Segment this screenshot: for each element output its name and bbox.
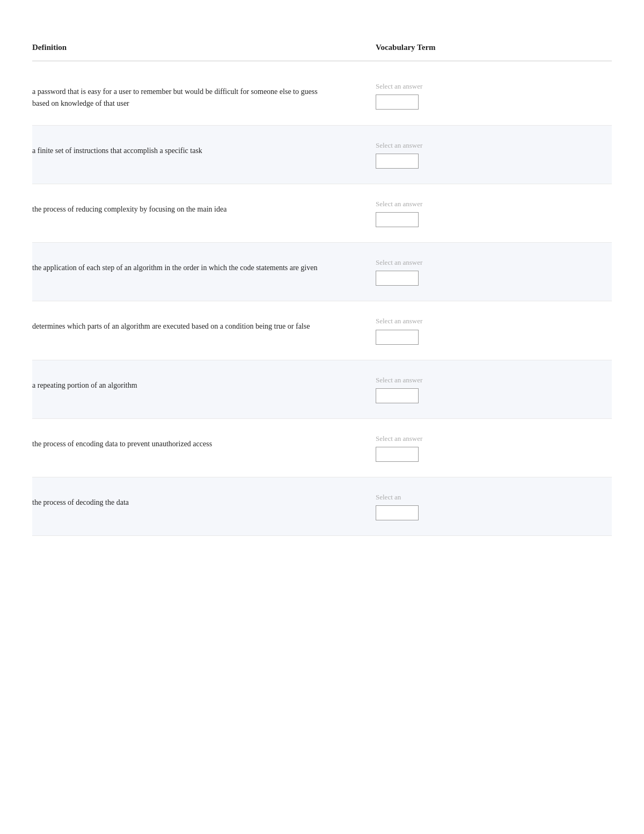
answer-select-7[interactable] xyxy=(376,447,419,462)
table-header: Definition Vocabulary Term xyxy=(32,43,612,61)
vocab-column-header: Vocabulary Term xyxy=(376,43,483,52)
table-row: the application of each step of an algor… xyxy=(32,243,612,301)
definition-cell: the process of encoding data to prevent … xyxy=(32,434,333,450)
table-body: a password that is easy for a user to re… xyxy=(32,67,612,536)
page-container: Definition Vocabulary Term a password th… xyxy=(0,0,644,834)
select-answer-label: Select an answer xyxy=(376,141,422,150)
vocab-cell: Select an answer xyxy=(376,199,483,227)
select-answer-label: Select an answer xyxy=(376,375,422,385)
table-row: the process of encoding data to prevent … xyxy=(32,419,612,477)
definition-cell: a repeating portion of an algorithm xyxy=(32,375,333,391)
select-answer-label: Select an answer xyxy=(376,199,422,209)
select-answer-label: Select an answer xyxy=(376,258,422,267)
vocab-cell: Select an xyxy=(376,492,483,520)
vocab-cell: Select an answer xyxy=(376,258,483,286)
select-answer-label: Select an answer xyxy=(376,82,422,91)
select-answer-label: Select an xyxy=(376,492,401,502)
definition-cell: the process of decoding the data xyxy=(32,492,333,509)
table-row: a repeating portion of an algorithm Sele… xyxy=(32,360,612,419)
vocab-cell: Select an answer xyxy=(376,316,483,344)
answer-select-6[interactable] xyxy=(376,388,419,403)
answer-select-5[interactable] xyxy=(376,330,419,345)
vocab-cell: Select an answer xyxy=(376,82,483,110)
table-row: the process of decoding the data Select … xyxy=(32,477,612,536)
definition-cell: determines which parts of an algorithm a… xyxy=(32,316,333,332)
answer-select-2[interactable] xyxy=(376,154,419,169)
table-row: a finite set of instructions that accomp… xyxy=(32,126,612,184)
table-row: determines which parts of an algorithm a… xyxy=(32,301,612,360)
answer-select-3[interactable] xyxy=(376,212,419,227)
definition-cell: the process of reducing complexity by fo… xyxy=(32,199,333,215)
definition-cell: the application of each step of an algor… xyxy=(32,258,333,274)
answer-select-4[interactable] xyxy=(376,271,419,286)
vocab-cell: Select an answer xyxy=(376,141,483,169)
definition-cell: a finite set of instructions that accomp… xyxy=(32,141,333,157)
table-row: a password that is easy for a user to re… xyxy=(32,67,612,126)
table-row: the process of reducing complexity by fo… xyxy=(32,184,612,243)
select-answer-label: Select an answer xyxy=(376,434,422,444)
definition-column-header: Definition xyxy=(32,43,333,52)
select-answer-label: Select an answer xyxy=(376,316,422,326)
vocab-cell: Select an answer xyxy=(376,375,483,403)
definition-cell: a password that is easy for a user to re… xyxy=(32,82,333,110)
answer-select-8[interactable] xyxy=(376,505,419,520)
answer-select-1[interactable] xyxy=(376,95,419,110)
vocab-cell: Select an answer xyxy=(376,434,483,462)
